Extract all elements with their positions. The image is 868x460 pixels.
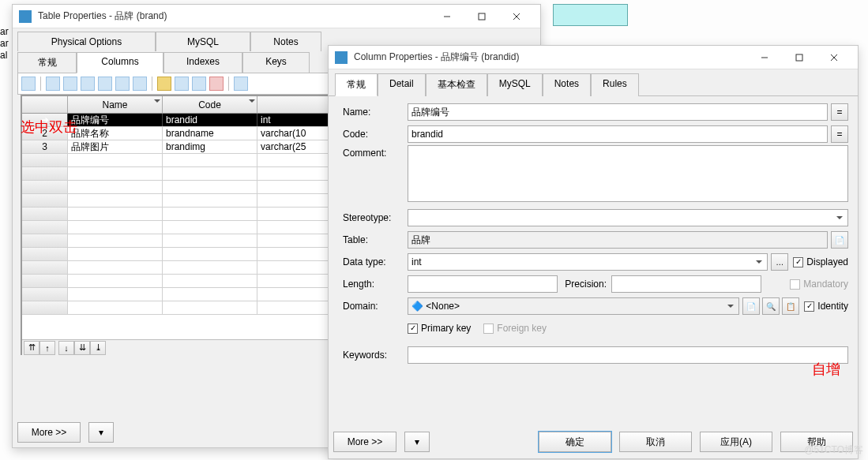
- close-button[interactable]: [817, 47, 851, 69]
- tab-mysql[interactable]: MySQL: [156, 32, 250, 51]
- edge-hint: ar: [0, 26, 9, 37]
- grid-header-code[interactable]: Code: [163, 96, 257, 113]
- tab-notes[interactable]: Notes: [543, 73, 591, 96]
- window-title: Column Properties - 品牌编号 (brandid): [354, 50, 747, 64]
- paste-icon[interactable]: [192, 77, 206, 91]
- maximize-button[interactable]: [464, 6, 499, 28]
- tab-mysql[interactable]: MySQL: [487, 73, 543, 96]
- tool-icon[interactable]: [98, 77, 112, 91]
- tab-general[interactable]: 常规: [17, 52, 77, 73]
- length-label: Length:: [343, 279, 408, 290]
- annotation-identity: 自增: [812, 360, 840, 379]
- minimize-button[interactable]: [430, 6, 464, 28]
- nav-up[interactable]: ↑: [39, 341, 55, 355]
- tabs: 常规 Detail 基本检查 MySQL Notes Rules: [329, 69, 858, 96]
- precision-label: Precision:: [558, 279, 611, 290]
- titlebar[interactable]: Column Properties - 品牌编号 (brandid): [329, 46, 858, 69]
- cancel-button[interactable]: 取消: [619, 432, 692, 452]
- edge-hint: al: [0, 50, 7, 61]
- code-input[interactable]: brandid: [408, 125, 828, 143]
- displayed-checkbox[interactable]: ✓Displayed: [793, 256, 848, 267]
- column-properties-window: Column Properties - 品牌编号 (brandid) 常规 De…: [328, 45, 859, 459]
- tab-detail[interactable]: Detail: [378, 73, 426, 96]
- foreign-key-checkbox: Foreign key: [483, 323, 547, 334]
- equals-button[interactable]: =: [831, 103, 848, 121]
- tool-icon[interactable]: [115, 77, 130, 91]
- table-browse-icon[interactable]: 📄: [831, 231, 848, 249]
- comment-label: Comment:: [343, 145, 408, 159]
- tab-columns[interactable]: Columns: [77, 52, 163, 73]
- ok-button[interactable]: 确定: [539, 432, 611, 452]
- datatype-label: Data type:: [343, 256, 408, 267]
- titlebar[interactable]: Table Properties - 品牌 (brand): [13, 5, 540, 28]
- annotation-doubleclick: 选中双击: [21, 118, 77, 137]
- precision-input[interactable]: [611, 275, 761, 293]
- name-label: Name:: [343, 107, 408, 118]
- minimize-button[interactable]: [747, 47, 782, 69]
- cut-icon[interactable]: [157, 77, 171, 91]
- tab-general[interactable]: 常规: [335, 73, 378, 96]
- copy-icon[interactable]: [175, 77, 189, 91]
- datatype-select[interactable]: int: [408, 253, 768, 271]
- table-icon: [19, 10, 32, 23]
- tab-rules[interactable]: Rules: [591, 73, 639, 96]
- length-input[interactable]: [408, 275, 558, 293]
- tool-icon[interactable]: [63, 77, 77, 91]
- more-button[interactable]: More >>: [17, 422, 81, 443]
- svg-rect-1: [479, 13, 485, 20]
- close-button[interactable]: [499, 6, 534, 28]
- grid-header-cell[interactable]: [22, 96, 68, 113]
- equals-button[interactable]: =: [831, 125, 848, 143]
- stereotype-select[interactable]: [408, 209, 848, 226]
- keywords-label: Keywords:: [343, 350, 408, 361]
- nav-first[interactable]: ⇈: [24, 341, 39, 355]
- button-bar: More >> ▾ 确定 取消 应用(A) 帮助: [333, 432, 853, 452]
- dropdown-button[interactable]: ▾: [88, 422, 114, 443]
- tool-icon[interactable]: [46, 77, 60, 91]
- table-input: 品牌: [408, 231, 828, 249]
- tab-notes[interactable]: Notes: [250, 32, 321, 51]
- code-label: Code:: [343, 129, 408, 140]
- maximize-button[interactable]: [782, 47, 817, 69]
- delete-icon[interactable]: [209, 77, 224, 91]
- column-icon: [335, 51, 348, 64]
- background-fragment: [553, 4, 628, 26]
- domain-label: Domain:: [343, 301, 408, 312]
- domain-icon-1[interactable]: 📄: [742, 297, 760, 315]
- watermark: @51CTO博客: [804, 443, 863, 457]
- grid-header-name[interactable]: Name: [68, 96, 163, 113]
- stereotype-label: Stereotype:: [343, 212, 408, 223]
- identity-checkbox[interactable]: ✓Identity: [804, 301, 848, 312]
- tab-indexes[interactable]: Indexes: [163, 52, 242, 73]
- tab-keys[interactable]: Keys: [242, 52, 310, 73]
- edge-hint: ar: [0, 38, 9, 49]
- form: Name: 品牌编号 = Code: brandid = Comment: St…: [329, 96, 858, 366]
- tab-physical-options[interactable]: Physical Options: [17, 32, 156, 51]
- tab-check[interactable]: 基本检查: [426, 73, 487, 96]
- domain-select[interactable]: 🔷 <None>: [408, 297, 739, 315]
- tool-icon[interactable]: [133, 77, 147, 91]
- nav-end[interactable]: ⤓: [90, 341, 106, 355]
- nav-down[interactable]: ↓: [58, 341, 74, 355]
- tool-icon[interactable]: [81, 77, 95, 91]
- domain-icon-3[interactable]: 📋: [782, 297, 799, 315]
- mandatory-checkbox: Mandatory: [790, 279, 848, 290]
- window-title: Table Properties - 品牌 (brand): [38, 9, 430, 23]
- svg-rect-5: [796, 54, 802, 61]
- comment-input[interactable]: [408, 145, 848, 202]
- datatype-more-icon[interactable]: …: [771, 253, 788, 271]
- nav-last[interactable]: ⇊: [74, 341, 90, 355]
- name-input[interactable]: 品牌编号: [408, 103, 828, 121]
- apply-button[interactable]: 应用(A): [700, 432, 772, 452]
- primary-key-checkbox[interactable]: ✓Primary key: [408, 323, 471, 334]
- tool-icon[interactable]: [234, 77, 248, 91]
- more-button[interactable]: More >>: [333, 432, 396, 452]
- table-label: Table:: [343, 234, 408, 245]
- keywords-input[interactable]: [408, 346, 848, 364]
- tool-icon[interactable]: [21, 77, 36, 91]
- dropdown-button[interactable]: ▾: [404, 432, 430, 452]
- domain-icon-2[interactable]: 🔍: [762, 297, 780, 315]
